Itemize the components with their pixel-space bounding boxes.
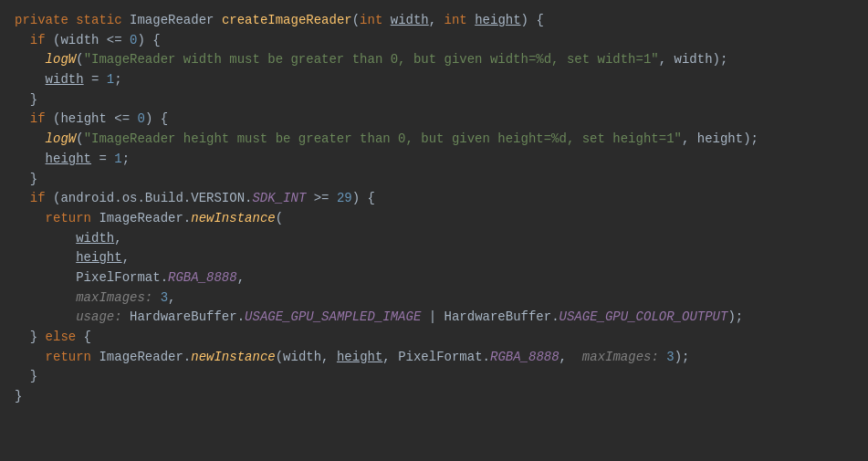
code-line-18: return ImageReader . newInstance ( width…	[0, 348, 868, 368]
code-line-15: maxImages: 3 ,	[0, 288, 868, 309]
code-line-12: width ,	[0, 229, 868, 249]
token-usage-color-output: USAGE_GPU_COLOR_OUTPUT	[559, 308, 728, 328]
code-editor: private static ImageReader createImageRe…	[0, 0, 868, 461]
code-line-14: PixelFormat . RGBA_8888 ,	[0, 268, 868, 288]
token-private: private	[15, 11, 68, 31]
token-logw: logW	[46, 50, 77, 70]
code-line-8: height = 1 ;	[0, 150, 868, 170]
token-rgba8888-1: RGBA_8888	[168, 268, 237, 288]
token-height-assign: height	[46, 150, 91, 170]
code-line-17: } else {	[0, 328, 868, 348]
token-height-param: height	[475, 11, 520, 31]
token-createimagereader: createImageReader	[222, 11, 352, 31]
code-line-16: usage: HardwareBuffer . USAGE_GPU_SAMPLE…	[0, 308, 868, 328]
code-line-3: logW ( "ImageReader width must be greate…	[0, 50, 868, 70]
token-imagereader-type: ImageReader	[130, 11, 214, 31]
code-line-9: }	[0, 170, 868, 190]
code-line-11: return ImageReader . newInstance (	[0, 209, 868, 229]
code-line-1: private static ImageReader createImageRe…	[0, 11, 868, 31]
code-line-10: if (android.os.Build.VERSION. SDK_INT >=…	[0, 189, 868, 209]
token-usage-sampled: USAGE_GPU_SAMPLED_IMAGE	[245, 308, 421, 328]
code-line-4: width = 1 ;	[0, 70, 868, 90]
token-width-param: width	[391, 11, 429, 31]
token-rgba8888-2: RGBA_8888	[490, 348, 559, 368]
code-line-13: height ,	[0, 248, 868, 268]
code-line-19: }	[0, 367, 868, 387]
code-line-6: if ( height <= 0 ) {	[0, 110, 868, 130]
code-line-20: }	[0, 387, 868, 407]
code-line-5: }	[0, 90, 868, 110]
code-line-2: if ( width <= 0 ) {	[0, 31, 868, 51]
token-static: static	[76, 11, 121, 31]
token-newinstance: newInstance	[191, 209, 275, 229]
code-line-7: logW ( "ImageReader height must be great…	[0, 130, 868, 150]
token-sdk-int: SDK_INT	[252, 189, 306, 209]
token-height-inline: height	[337, 348, 382, 368]
token-string-width: "ImageReader width must be greater than …	[84, 50, 659, 70]
token-width-assign: width	[46, 70, 84, 90]
